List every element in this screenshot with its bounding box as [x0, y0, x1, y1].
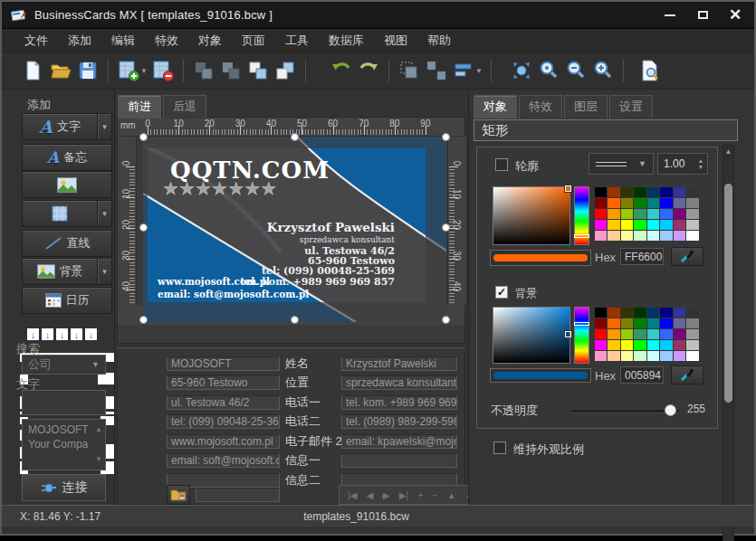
- palette-swatch[interactable]: [634, 220, 646, 230]
- palette-swatch[interactable]: [686, 340, 699, 350]
- menu-item[interactable]: 文件: [14, 29, 58, 52]
- menu-item[interactable]: 视图: [374, 29, 417, 52]
- add-memo-button[interactable]: A 备忘: [22, 144, 112, 171]
- background-gradient-field[interactable]: [493, 307, 570, 364]
- add-background-button[interactable]: 背景 ▼: [22, 258, 112, 285]
- send-to-back-icon[interactable]: [217, 57, 244, 84]
- form-input-right[interactable]: tel. (0989) 989-299-596: [341, 414, 457, 429]
- menu-item[interactable]: 工具: [275, 29, 319, 52]
- menu-item[interactable]: 页面: [232, 29, 275, 52]
- align-dropdown-icon[interactable]: ▼: [475, 67, 483, 75]
- open-file-icon[interactable]: [47, 57, 74, 84]
- palette-swatch[interactable]: [595, 220, 608, 230]
- outline-gradient-cursor[interactable]: [565, 185, 571, 192]
- background-eyedropper-button[interactable]: [671, 365, 703, 384]
- palette-swatch[interactable]: [595, 351, 608, 361]
- palette-swatch[interactable]: [674, 198, 686, 208]
- zoom-actual-icon[interactable]: [535, 57, 562, 84]
- palette-swatch[interactable]: [595, 318, 608, 328]
- field-insert-arrow-icon[interactable]: ↓: [85, 328, 97, 340]
- selection-handle-s[interactable]: [291, 316, 299, 324]
- palette-swatch[interactable]: [621, 351, 634, 361]
- add-background-dropdown-icon[interactable]: ▼: [97, 259, 111, 284]
- form-input-right[interactable]: sprzedawca konsultant: [341, 375, 457, 390]
- search-text-input[interactable]: [22, 390, 106, 415]
- palette-swatch[interactable]: [674, 340, 686, 350]
- new-document-icon[interactable]: [20, 57, 47, 84]
- palette-swatch[interactable]: [686, 220, 699, 230]
- palette-swatch[interactable]: [647, 329, 660, 339]
- zoom-in-icon[interactable]: [589, 57, 617, 84]
- palette-swatch[interactable]: [660, 308, 673, 318]
- palette-swatch[interactable]: [621, 318, 634, 328]
- company-list[interactable]: ▲ ▼ MOJOSOFTYour Compa: [22, 419, 106, 470]
- form-input-left[interactable]: tel: (099) 09048-25-369: [167, 414, 280, 429]
- selection-handle-nw[interactable]: [139, 133, 148, 141]
- palette-swatch[interactable]: [634, 187, 646, 197]
- palette-swatch[interactable]: [660, 209, 673, 219]
- ungroup-icon[interactable]: [423, 57, 450, 84]
- background-hue-marker[interactable]: [574, 322, 589, 326]
- card-selection[interactable]: QQTN.COM ★★★★★★★ Krzysztof Pawelski sprz…: [143, 137, 446, 322]
- field-insert-arrow-icon[interactable]: ↓: [71, 328, 82, 340]
- keep-ratio-checkbox[interactable]: [493, 441, 506, 454]
- outline-hue-bar[interactable]: [574, 186, 589, 245]
- palette-swatch[interactable]: [595, 209, 608, 219]
- palette-swatch[interactable]: [634, 231, 646, 241]
- browse-image-button[interactable]: [167, 485, 190, 505]
- palette-swatch[interactable]: [674, 329, 686, 339]
- add-text-button[interactable]: A 文字 ▼: [22, 113, 112, 140]
- palette-swatch[interactable]: [660, 198, 673, 208]
- palette-swatch[interactable]: [660, 351, 673, 361]
- undo-icon[interactable]: [328, 57, 355, 84]
- field-insert-arrow-icon[interactable]: ↓: [56, 328, 68, 340]
- selection-handle-n[interactable]: [291, 133, 299, 141]
- menu-item[interactable]: 编辑: [101, 29, 145, 52]
- form-input-left[interactable]: email: soft@mojosoft.con: [167, 453, 280, 468]
- minimize-button[interactable]: [660, 8, 680, 23]
- scrollbar-thumb[interactable]: [724, 184, 732, 403]
- palette-swatch[interactable]: [686, 198, 699, 208]
- business-card[interactable]: QQTN.COM ★★★★★★★ Krzysztof Pawelski sprz…: [143, 137, 446, 322]
- palette-swatch[interactable]: [674, 187, 686, 197]
- tab-forward[interactable]: 前进: [118, 95, 161, 119]
- palette-swatch[interactable]: [647, 209, 660, 219]
- save-icon[interactable]: [74, 57, 101, 84]
- palette-swatch[interactable]: [647, 198, 660, 208]
- palette-swatch[interactable]: [608, 340, 620, 350]
- palette-swatch[interactable]: [674, 231, 686, 241]
- background-checkbox[interactable]: ✓: [495, 286, 508, 299]
- outline-checkbox[interactable]: [495, 158, 508, 171]
- opacity-slider-thumb[interactable]: [665, 404, 676, 416]
- tab-settings[interactable]: 设置: [609, 95, 653, 119]
- palette-swatch[interactable]: [595, 308, 608, 318]
- palette-swatch[interactable]: [621, 231, 634, 241]
- list-item[interactable]: MOJOSOFT: [28, 422, 100, 437]
- form-input-left[interactable]: 65-960 Testowo: [167, 375, 280, 390]
- bring-forward-icon[interactable]: [244, 57, 272, 84]
- selection-handle-w[interactable]: [139, 223, 148, 232]
- palette-swatch[interactable]: [608, 231, 620, 241]
- add-page-dropdown-icon[interactable]: ▼: [140, 67, 148, 75]
- background-gradient-cursor[interactable]: [565, 331, 571, 337]
- palette-swatch[interactable]: [621, 187, 634, 197]
- add-page-icon[interactable]: [115, 57, 142, 84]
- redo-icon[interactable]: [355, 57, 382, 84]
- scroll-up-icon[interactable]: ▲: [723, 147, 733, 156]
- palette-swatch[interactable]: [660, 220, 673, 230]
- palette-swatch[interactable]: [621, 329, 634, 339]
- selection-handle-ne[interactable]: [442, 133, 450, 141]
- form-input-right[interactable]: email: kpawelski@mojoso: [341, 434, 457, 449]
- tab-layers[interactable]: 图层: [564, 95, 608, 119]
- db-nav-button[interactable]: |◀: [348, 490, 357, 500]
- menu-item[interactable]: 帮助: [417, 29, 461, 52]
- form-input-left[interactable]: MOJOSOFT: [167, 356, 280, 371]
- align-icon[interactable]: [450, 57, 477, 84]
- palette-swatch[interactable]: [660, 187, 673, 197]
- outline-hue-marker[interactable]: [574, 234, 589, 238]
- palette-swatch[interactable]: [621, 340, 634, 350]
- outline-gradient-field[interactable]: [493, 186, 570, 245]
- palette-swatch[interactable]: [595, 187, 608, 197]
- opacity-slider[interactable]: [570, 410, 679, 413]
- palette-swatch[interactable]: [686, 318, 699, 328]
